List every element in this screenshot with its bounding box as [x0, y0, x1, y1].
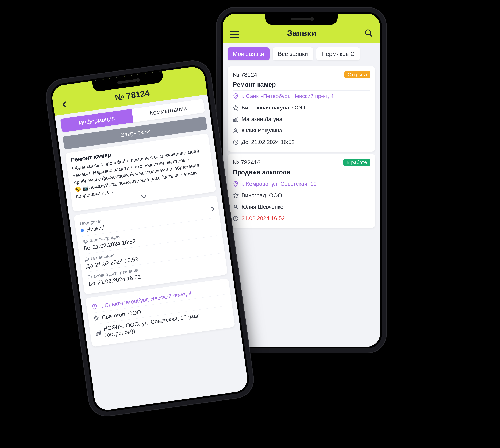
ticket-company: Виноград, ООО — [241, 192, 370, 199]
chevron-right-icon — [209, 207, 214, 212]
priority-dot-icon — [81, 229, 84, 232]
clock-icon — [233, 215, 239, 221]
star-icon — [233, 105, 239, 111]
store-icon — [233, 116, 239, 122]
status-badge: Открыта — [345, 71, 370, 79]
ticket-number: № 78124 — [233, 71, 257, 78]
svg-rect-3 — [233, 119, 235, 122]
menu-icon[interactable] — [230, 31, 239, 38]
svg-rect-5 — [237, 117, 238, 122]
date-prefix: До — [88, 280, 96, 287]
ticket-title: Продажа алкоголя — [233, 169, 370, 176]
filter-chip-user[interactable]: Пермяков С — [316, 47, 360, 60]
ticket-person-row: Юлия Вакулина — [233, 125, 370, 136]
store-icon — [95, 329, 101, 336]
svg-point-8 — [235, 183, 236, 184]
date-prefix: До — [83, 244, 91, 252]
pin-icon — [233, 93, 239, 99]
svg-rect-14 — [99, 331, 101, 335]
ticket-store: Магазин Лагуна — [241, 116, 370, 122]
filter-chip-all[interactable]: Все заявки — [273, 47, 313, 60]
notch — [265, 14, 338, 25]
status-value: Закрыта — [120, 128, 144, 138]
ticket-card[interactable]: № 78124 Открыта Ремонт камер г. Санкт-Пе… — [227, 66, 375, 152]
ticket-person-row: Юлия Шевченко — [233, 201, 370, 212]
status-badge: В работе — [343, 159, 370, 166]
star-icon — [93, 315, 100, 322]
ticket-header: № 782416 В работе — [233, 159, 370, 166]
svg-point-6 — [235, 129, 237, 131]
page-title: Заявки — [239, 28, 364, 38]
ticket-company: Бирюзовая лагуна, ООО — [241, 104, 370, 111]
filter-chips: Мои заявки Все заявки Пермяков С — [223, 43, 380, 64]
svg-rect-12 — [96, 333, 97, 336]
ticket-address-row: г. Санкт-Петербург, Невский пр-кт, 4 — [233, 90, 370, 102]
ticket-address-row: г. Кемрово, ул. Советская, 19 — [233, 178, 370, 190]
svg-point-2 — [235, 95, 236, 96]
ticket-company-row: Виноград, ООО — [233, 190, 370, 201]
ticket-title: Ремонт камер — [233, 81, 370, 88]
pin-icon — [233, 181, 239, 187]
svg-point-0 — [365, 30, 370, 35]
svg-point-11 — [94, 305, 95, 307]
ticket-store-row: Магазин Лагуна — [233, 113, 370, 125]
ticket-number: № 782416 — [233, 159, 260, 166]
ticket-due-row: 21.02.2024 16:52 — [233, 212, 370, 224]
ticket-due-prefix: До — [241, 139, 248, 145]
back-icon[interactable] — [60, 100, 70, 110]
priority-value: Низкий — [86, 224, 105, 233]
ticket-due: 21.02.2024 16:52 — [251, 139, 370, 145]
star-icon — [233, 192, 239, 198]
ticket-card[interactable]: № 782416 В работе Продажа алкоголя г. Ке… — [227, 154, 375, 228]
pin-icon — [91, 304, 98, 310]
ticket-company-row: Бирюзовая лагуна, ООО — [233, 102, 370, 113]
chevron-down-icon — [145, 128, 150, 133]
filter-chip-my[interactable]: Мои заявки — [227, 47, 270, 60]
ticket-header: № 78124 Открыта — [233, 71, 370, 79]
search-icon[interactable] — [364, 29, 373, 38]
ticket-due-row: До 21.02.2024 16:52 — [233, 136, 370, 148]
svg-line-1 — [370, 34, 372, 36]
ticket-person: Юлия Шевченко — [241, 204, 370, 210]
ticket-address: г. Санкт-Петербург, Невский пр-кт, 4 — [241, 93, 370, 99]
person-icon — [233, 128, 239, 134]
fields-block: Приоритет Низкий Дата регистрации До21.0… — [74, 195, 228, 294]
svg-point-9 — [235, 205, 237, 207]
ticket-person: Юлия Вакулина — [241, 128, 370, 134]
svg-rect-4 — [235, 118, 236, 122]
date-prefix: До — [85, 262, 93, 270]
screen-list: Заявки Мои заявки Все заявки Пермяков С … — [223, 14, 380, 347]
svg-rect-13 — [98, 332, 99, 335]
chevron-down-icon — [141, 192, 147, 198]
ticket-address: г. Кемрово, ул. Советская, 19 — [241, 181, 370, 187]
ticket-due: 21.02.2024 16:52 — [241, 215, 370, 222]
bezel: Заявки Мои заявки Все заявки Пермяков С … — [221, 12, 382, 349]
person-icon — [233, 204, 239, 210]
clock-icon — [233, 139, 239, 145]
